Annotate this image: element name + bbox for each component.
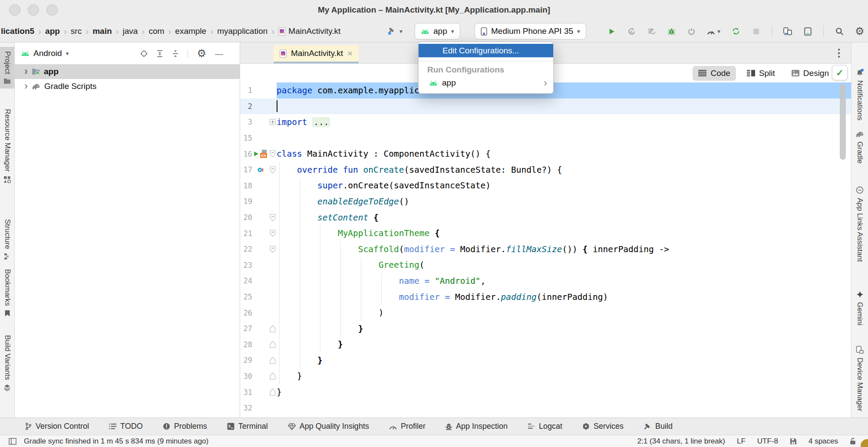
fold-minus-icon[interactable] [270,214,276,221]
breadcrumb-item-com[interactable]: com [149,26,164,36]
breadcrumb-item-mainactivity-kt[interactable]: MainActivity.kt [278,26,340,36]
sidebar-item-device-manager[interactable]: Device Manager [851,342,868,416]
chevron-right-icon[interactable]: › [24,81,28,91]
toolwindow-services[interactable]: Services [582,422,624,431]
fold-end-icon[interactable] [270,388,276,396]
menu-item-edit-configurations[interactable]: Edit Configurations... [419,44,553,57]
compose-icon[interactable]: <> [260,150,268,158]
sidebar-item-gemini[interactable]: Gemini [851,286,868,330]
breadcrumb-item-java[interactable]: java [123,26,138,36]
code-token: ()) [562,244,582,254]
run-line-icon[interactable] [253,151,259,157]
apply-changes-restart-button[interactable]: A [627,27,636,36]
line-ending-status[interactable]: LF [737,437,746,446]
close-tab-icon[interactable]: × [347,48,353,59]
save-icon[interactable] [790,438,797,445]
editor-options-kebab-icon[interactable]: ⋮ [834,47,844,59]
panel-header-separator [188,49,188,58]
debug-button[interactable] [667,28,676,35]
toolwindow-terminal[interactable]: Terminal [227,422,268,431]
inspections-ok-badge[interactable]: ✓ [832,65,848,80]
view-toggle-label: Code [710,69,730,78]
sidebar-item-gradle[interactable]: Gradle [851,127,868,168]
fold-minus-icon[interactable] [270,230,276,237]
code-token: } [358,324,363,334]
expand-all-icon[interactable] [156,50,163,57]
toolwindow-todo[interactable]: TODO [109,422,143,431]
settings-button[interactable]: ⚙ [855,26,865,36]
run-button[interactable] [607,28,616,35]
view-toggle-code[interactable]: Code [693,66,736,81]
build-menu-button[interactable]: ▾ [387,24,403,38]
sidebar-item-bookmarks[interactable]: Bookmarks [0,265,14,321]
menu-item-label: Edit Configurations... [442,46,519,56]
apply-code-changes-icon [647,28,656,35]
hide-icon[interactable]: — [215,49,223,58]
fold-minus-icon[interactable] [270,246,276,253]
apply-changes-button[interactable] [687,28,696,35]
device-mirroring-button[interactable] [783,27,792,35]
locate-icon[interactable] [140,50,148,57]
breadcrumb-item-example[interactable]: example [175,26,206,36]
caret-position-status[interactable]: 2:1 (34 chars, 1 line break) [637,437,725,446]
device-selector[interactable]: Medium Phone API 35 ▾ [475,23,586,39]
breadcrumb-item-app[interactable]: app [45,26,60,36]
view-toggle-split[interactable]: Split [741,66,781,81]
search-everywhere-button[interactable] [835,27,844,36]
breadcrumb-item-myapplication[interactable]: myapplication [217,26,267,36]
override-icon[interactable] [257,166,264,174]
fold-minus-icon[interactable] [270,166,276,174]
menu-item-app[interactable]: app› [419,76,553,90]
breadcrumb-item-lication5[interactable]: lication5 [1,26,34,36]
chevron-right-icon[interactable]: › [24,66,28,76]
fold-end-icon[interactable] [270,341,276,348]
stop-button[interactable] [752,28,760,35]
fold-end-icon[interactable] [270,372,276,380]
sidebar-item-notifications[interactable]: Notifications [851,64,868,125]
breadcrumb-item-src[interactable]: src [71,26,82,36]
toolwindow-logcat[interactable]: Logcat [528,422,562,431]
code-token: "Android" [435,276,481,286]
sidebar-item-resource-manager[interactable]: Resource Manager [0,105,14,187]
encoding-status[interactable]: UTF-8 [757,437,778,446]
settings-icon[interactable]: ⚙ [197,48,206,59]
toolwindow-app-inspection[interactable]: App Inspection [446,422,508,431]
line-number: 28 [240,340,252,349]
indent-guide [300,178,300,368]
sidebar-item-app-links-assistant[interactable]: App Links Assistant [851,182,868,266]
tree-item-gradle-scripts[interactable]: ›Gradle Scripts [15,79,240,94]
apply-code-changes-button[interactable] [647,28,656,35]
indent-guide [361,257,361,321]
menu-header-run-configurations: Run Configurations [419,64,553,76]
running-devices-button[interactable] [803,27,812,36]
toolwindow-build[interactable]: Build [644,422,673,431]
code-line-text [277,130,851,146]
fold-end-icon[interactable] [270,325,276,332]
fold-plus-icon[interactable] [270,119,276,125]
toolwindow-problems[interactable]: Problems [163,422,207,431]
layout-windows-icon[interactable] [9,438,17,445]
toolwindow-profiler[interactable]: Profiler [389,422,426,431]
run-configuration-selector[interactable]: app ▾ [415,23,460,39]
sidebar-item-structure[interactable]: Structure [0,215,14,264]
app-links-icon [856,186,864,194]
unlocked-icon[interactable] [850,437,856,445]
editor-scrollbar[interactable] [840,84,846,160]
collapse-all-icon[interactable] [172,50,179,57]
breadcrumb-label: main [92,26,112,36]
sync-project-button[interactable] [732,27,740,35]
tree-item-app[interactable]: ›app [15,64,240,79]
view-toggle-design[interactable]: Design [786,66,835,81]
fold-minus-icon[interactable] [270,150,276,158]
code-editor[interactable]: 1package com.example.myapplication23impo… [240,82,851,417]
project-view-selector[interactable]: Android [33,49,62,58]
sidebar-item-build-variants[interactable]: Build Variants [0,331,14,395]
toolwindow-version-control[interactable]: Version Control [25,422,89,431]
toolwindow-app-quality-insights[interactable]: App Quality Insights [288,422,369,431]
indent-status[interactable]: 4 spaces [809,437,838,446]
breadcrumb-item-main[interactable]: main [92,26,112,36]
tab-mainactivity[interactable]: MainActivity.kt × [274,45,359,63]
sidebar-item-project[interactable]: Project [0,47,14,89]
fold-end-icon[interactable] [270,357,276,364]
profiler-button[interactable]: ▾ [707,28,720,35]
